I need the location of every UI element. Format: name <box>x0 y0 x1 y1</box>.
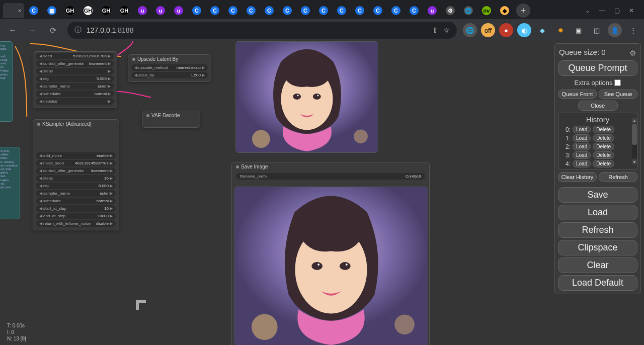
ksampler-widget[interactable]: ◀schedulernormal▶ <box>36 198 116 204</box>
scroll-down-icon[interactable]: ▼ <box>632 159 637 164</box>
forward-button[interactable]: → <box>24 22 41 39</box>
history-scrollbar[interactable]: ▲ ▼ <box>632 124 637 158</box>
upscale-latent-node[interactable]: Upscale Latent By ◀upscale_methodnearest… <box>128 54 211 82</box>
ksampler-widget[interactable]: ◀noise_seed462118145887707▶ <box>36 160 116 166</box>
bookmark-icon[interactable]: ☆ <box>443 26 450 34</box>
sampler-widget[interactable]: ◀denoise▶ <box>36 98 114 105</box>
increment-icon[interactable]: ▶ <box>110 214 113 218</box>
browser-tab[interactable]: C <box>243 3 260 18</box>
increment-icon[interactable]: ▶ <box>202 65 205 70</box>
node-canvas[interactable]: ing tiled, soft, RAW, rred ra, happy phi… <box>0 41 548 345</box>
increment-icon[interactable]: ▶ <box>108 99 111 104</box>
browser-tab[interactable]: C <box>297 3 314 18</box>
browser-tab[interactable]: u <box>152 3 169 18</box>
browser-tab[interactable]: C <box>188 3 205 18</box>
extension-icon[interactable]: ◫ <box>590 23 604 37</box>
increment-icon[interactable]: ▶ <box>108 76 111 81</box>
prompt-node-positive[interactable]: ing tiled, soft, RAW, rred ra, happy phi… <box>0 41 13 122</box>
back-button[interactable]: ← <box>4 22 21 39</box>
browser-tab[interactable]: C <box>351 3 368 18</box>
extra-options-checkbox[interactable] <box>614 79 621 86</box>
browser-tab[interactable]: C <box>387 3 405 18</box>
history-delete-button[interactable]: Delete <box>593 126 614 133</box>
sampler-widget[interactable]: ◀schedulernormal▶ <box>36 91 114 97</box>
upscale-widget[interactable]: ◀scale_by1.500▶ <box>131 72 208 78</box>
save-image-node[interactable]: Save Image filename_prefix ComfyUI <box>231 162 430 345</box>
queue-prompt-button[interactable]: Queue Prompt <box>558 60 637 76</box>
increment-icon[interactable]: ▶ <box>108 61 111 66</box>
increment-icon[interactable]: ▶ <box>110 184 113 188</box>
load-default-button[interactable]: Load Default <box>558 275 637 291</box>
increment-icon[interactable]: ▶ <box>110 168 113 173</box>
widget-filename-prefix[interactable]: filename_prefix ComfyUI <box>236 173 425 180</box>
close-tab-icon[interactable]: × <box>16 7 23 14</box>
extension-icon[interactable]: ◐ <box>517 23 531 37</box>
browser-tab[interactable]: u <box>170 3 187 18</box>
preview-image-large[interactable] <box>234 187 428 345</box>
preview-image-top[interactable] <box>235 41 378 153</box>
history-delete-button[interactable]: Delete <box>593 160 614 167</box>
upscale-widget[interactable]: ◀upscale_methodnearest-exact▶ <box>131 64 208 71</box>
scroll-up-icon[interactable]: ▲ <box>632 118 637 123</box>
browser-tab[interactable]: C <box>333 3 350 18</box>
increment-icon[interactable]: ▶ <box>110 176 113 181</box>
sampler-widget[interactable]: ◀seed578122121881706▶ <box>36 53 114 59</box>
browser-tab[interactable]: C <box>279 3 296 18</box>
clear-button[interactable]: Clear <box>558 257 637 273</box>
gear-icon[interactable]: ⚙ <box>629 49 636 56</box>
ksampler-widget[interactable]: ◀add_noiseenable▶ <box>36 152 116 159</box>
browser-tab[interactable]: C <box>369 3 386 18</box>
increment-icon[interactable]: ▶ <box>110 153 113 158</box>
extension-icon[interactable]: ▣ <box>572 23 586 37</box>
increment-icon[interactable]: ▶ <box>202 73 205 77</box>
increment-icon[interactable]: ▶ <box>110 191 113 196</box>
increment-icon[interactable]: ▶ <box>110 199 113 203</box>
increment-icon[interactable]: ▶ <box>110 206 113 211</box>
extension-icon[interactable]: 🌐 <box>463 23 477 37</box>
ksampler-widget[interactable]: ◀cfg8.000▶ <box>36 183 116 189</box>
increment-icon[interactable]: ▶ <box>108 92 111 96</box>
ksampler-widget[interactable]: ◀steps16▶ <box>36 175 116 182</box>
url-bar[interactable]: ⓘ 127.0.0.1:8188 ⇧ ☆ <box>67 22 457 39</box>
history-load-button[interactable]: Load <box>573 160 591 167</box>
reload-button[interactable]: ⟳ <box>44 22 61 39</box>
extension-icon[interactable]: 👤 <box>608 23 622 37</box>
browser-tab[interactable]: GH <box>61 3 78 18</box>
scroll-thumb[interactable] <box>632 124 637 145</box>
extension-icon[interactable]: ✹ <box>553 23 568 37</box>
browser-tab[interactable]: C <box>25 3 42 18</box>
ksampler-widget[interactable]: ◀start_at_step10▶ <box>36 205 116 212</box>
increment-icon[interactable]: ▶ <box>110 221 113 226</box>
window-min-icon[interactable]: — <box>599 7 605 14</box>
extension-icon[interactable]: ● <box>499 23 513 37</box>
prompt-node-negative[interactable]: m:0.5], stilled, imbs, e, missing ed, ne… <box>0 147 20 219</box>
sampler-widget[interactable]: ◀cfg5.500▶ <box>36 75 114 82</box>
browser-tab[interactable]: u <box>134 3 151 18</box>
refresh-history-button[interactable]: Refresh <box>599 172 637 182</box>
browser-tab[interactable]: ⚙ <box>442 3 459 18</box>
increment-icon[interactable]: ▶ <box>108 54 111 58</box>
vae-decode-node[interactable]: VAE Decode <box>142 111 200 128</box>
window-max-icon[interactable]: ▢ <box>614 7 620 14</box>
share-icon[interactable]: ⇧ <box>432 26 438 34</box>
history-load-button[interactable]: Load <box>573 134 591 142</box>
history-delete-button[interactable]: Delete <box>593 143 614 150</box>
history-load-button[interactable]: Load <box>573 151 591 159</box>
sampler-node[interactable]: ◀seed578122121881706▶◀control_after_gene… <box>33 51 117 108</box>
clear-history-button[interactable]: Clear History <box>558 172 597 182</box>
sampler-widget[interactable]: ◀steps▶ <box>36 68 114 74</box>
extension-icon[interactable]: ◆ <box>535 23 549 37</box>
history-load-button[interactable]: Load <box>573 126 591 133</box>
window-close-icon[interactable]: ✕ <box>629 7 634 14</box>
increment-icon[interactable]: ▶ <box>108 84 111 89</box>
browser-tab[interactable]: C <box>224 3 242 18</box>
extension-icon[interactable]: ⋮ <box>626 23 640 37</box>
history-delete-button[interactable]: Delete <box>593 134 614 142</box>
browser-tab[interactable]: ▦ <box>43 3 60 18</box>
load-button[interactable]: Load <box>558 205 637 220</box>
browser-tab[interactable]: C <box>206 3 223 18</box>
clipspace-button[interactable]: Clipspace <box>558 240 637 255</box>
browser-tab[interactable]: ◆ <box>496 3 513 18</box>
browser-tab[interactable]: C <box>406 3 423 18</box>
new-tab-button[interactable]: + <box>516 4 530 18</box>
